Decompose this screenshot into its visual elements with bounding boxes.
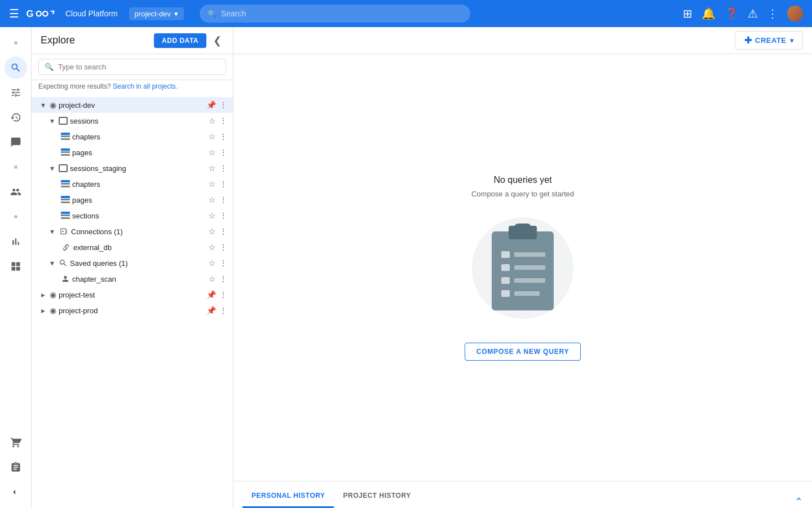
tree-sections[interactable]: sections ☆ ⋮: [32, 208, 233, 224]
more-options-icon[interactable]: ⋮: [218, 242, 228, 253]
chapter-scan-actions: ☆ ⋮: [208, 273, 228, 284]
more-options-icon[interactable]: ⋮: [218, 131, 228, 142]
tree-project-prod[interactable]: ▸ ◉ project-prod 📌 ⋮: [32, 303, 233, 318]
explore-title: Explore: [41, 34, 75, 46]
tab-project-history[interactable]: PROJECT HISTORY: [334, 485, 420, 508]
tree-pages1[interactable]: pages ☆ ⋮: [32, 144, 233, 160]
project-icon: ◉: [50, 100, 56, 110]
connection-item-icon: [61, 243, 71, 251]
alert-icon[interactable]: ⚠: [748, 7, 758, 20]
pin-icon[interactable]: 📌: [205, 99, 217, 111]
more-options-icon[interactable]: ⋮: [218, 289, 228, 300]
help-icon[interactable]: ❓: [725, 7, 739, 20]
sidebar-icon-collapse[interactable]: [5, 481, 27, 503]
more-options-icon[interactable]: ⋮: [218, 163, 228, 174]
nav-icons: ⊞ 🔔 ❓ ⚠ ⋮: [683, 6, 803, 21]
more-options-icon[interactable]: ⋮: [218, 99, 228, 111]
project-icon: ◉: [50, 290, 56, 299]
sidebar-icon-chat[interactable]: [5, 131, 27, 154]
sections-label: sections: [72, 212, 208, 220]
more-options-icon[interactable]: ⋮: [218, 115, 228, 126]
global-search-input[interactable]: [221, 9, 462, 18]
tree-chapter-scan[interactable]: chapter_scan ☆ ⋮: [32, 271, 233, 287]
svg-rect-4: [61, 148, 70, 151]
tree-pages2[interactable]: pages ☆ ⋮: [32, 192, 233, 208]
top-nav: ☰ G Cloud Platform project-dev ▾ 🔍 ⊞ 🔔 ❓…: [0, 0, 812, 27]
more-icon[interactable]: ⋮: [767, 7, 778, 20]
tree-project-dev[interactable]: ▾ ◉ project-dev 📌 ⋮: [32, 97, 233, 113]
apps-icon[interactable]: ⊞: [683, 7, 692, 20]
tree-sessions-staging[interactable]: ▾ sessions_staging ☆ ⋮: [32, 160, 233, 176]
tree-container: ▾ ◉ project-dev 📌 ⋮ ▾ sessions ☆ ⋮: [32, 95, 233, 508]
add-data-button[interactable]: ADD DATA: [154, 33, 206, 48]
tree-chapters1[interactable]: chapters ☆ ⋮: [32, 129, 233, 144]
expand-bottom-icon[interactable]: ⌃: [795, 496, 803, 508]
more-options-icon[interactable]: ⋮: [218, 257, 228, 269]
external-db-label: external_db: [73, 243, 208, 252]
project-prod-actions: 📌 ⋮: [205, 305, 228, 316]
more-options-icon[interactable]: ⋮: [218, 194, 228, 205]
chapters2-label: chapters: [72, 180, 208, 189]
pin-icon[interactable]: 📌: [205, 305, 217, 316]
chevron-icon: ▸: [38, 290, 47, 299]
chevron-down-icon: ▾: [790, 37, 794, 45]
saved-queries-actions: ☆ ⋮: [208, 257, 228, 269]
more-options-icon[interactable]: ⋮: [218, 178, 228, 190]
cloud-platform-text: Cloud Platform: [65, 9, 118, 18]
tree-project-test[interactable]: ▸ ◉ project-test 📌 ⋮: [32, 287, 233, 303]
star-icon[interactable]: ☆: [208, 178, 217, 190]
tree-saved-queries[interactable]: ▾ Saved queries (1) ☆ ⋮: [32, 255, 233, 271]
hamburger-menu[interactable]: ☰: [9, 7, 19, 20]
search-icon: 🔍: [208, 10, 217, 18]
project-dev-actions: 📌 ⋮: [205, 99, 228, 111]
star-icon[interactable]: ☆: [208, 210, 217, 221]
star-icon[interactable]: ☆: [208, 273, 217, 284]
dataset-icon: [59, 164, 68, 172]
pin-icon[interactable]: 📌: [205, 289, 217, 300]
star-icon[interactable]: ☆: [208, 242, 217, 253]
connections-label: Connections (1): [71, 227, 208, 236]
sidebar-icon-search[interactable]: [5, 56, 27, 79]
more-options-icon[interactable]: ⋮: [218, 305, 228, 316]
tree-external-db[interactable]: external_db ☆ ⋮: [32, 239, 233, 255]
avatar[interactable]: [787, 6, 803, 21]
sidebar-icon-group[interactable]: [5, 181, 27, 203]
sidebar-icon-history[interactable]: [5, 106, 27, 129]
saved-queries-label: Saved queries (1): [70, 259, 208, 268]
google-wordmark: G: [26, 7, 63, 20]
svg-text:G: G: [26, 8, 33, 19]
notifications-icon[interactable]: 🔔: [701, 7, 716, 20]
more-options-icon[interactable]: ⋮: [218, 147, 228, 158]
svg-rect-6: [61, 154, 70, 156]
svg-rect-10: [61, 196, 70, 198]
more-options-icon[interactable]: ⋮: [218, 226, 228, 237]
sidebar-icon-cart[interactable]: [5, 431, 27, 454]
star-icon[interactable]: ☆: [208, 226, 217, 237]
search-hint: Expecting more results? Search in all pr…: [32, 80, 233, 95]
more-options-icon[interactable]: ⋮: [218, 273, 228, 284]
sidebar-icon-clipboard[interactable]: [5, 456, 27, 479]
star-icon[interactable]: ☆: [208, 163, 217, 174]
sidebar-icon-grid[interactable]: [5, 255, 27, 278]
tree-connections[interactable]: ▾ Connections (1) ☆ ⋮: [32, 224, 233, 239]
sidebar-icon-sliders[interactable]: [5, 81, 27, 104]
explore-search-input[interactable]: [58, 63, 220, 71]
project-selector[interactable]: project-dev ▾: [129, 7, 184, 20]
tab-personal-history[interactable]: PERSONAL HISTORY: [242, 485, 334, 508]
star-icon[interactable]: ☆: [208, 194, 217, 205]
star-icon[interactable]: ☆: [208, 257, 217, 269]
external-db-actions: ☆ ⋮: [208, 242, 228, 253]
star-icon[interactable]: ☆: [208, 131, 217, 142]
sidebar-icon-barchart[interactable]: [5, 230, 27, 253]
tree-chapters2[interactable]: chapters ☆ ⋮: [32, 176, 233, 192]
create-button[interactable]: ✚ CREATE ▾: [735, 31, 803, 50]
star-icon[interactable]: ☆: [208, 115, 217, 126]
collapse-panel-button[interactable]: ❮: [211, 32, 224, 49]
compose-query-button[interactable]: COMPOSE A NEW QUERY: [465, 343, 581, 361]
project-name: project-dev: [135, 10, 171, 18]
search-all-projects-link[interactable]: Search in all projects.: [113, 82, 178, 90]
more-options-icon[interactable]: ⋮: [218, 210, 228, 221]
global-search-bar[interactable]: 🔍: [200, 5, 470, 23]
star-icon[interactable]: ☆: [208, 147, 217, 158]
tree-sessions[interactable]: ▾ sessions ☆ ⋮: [32, 113, 233, 129]
